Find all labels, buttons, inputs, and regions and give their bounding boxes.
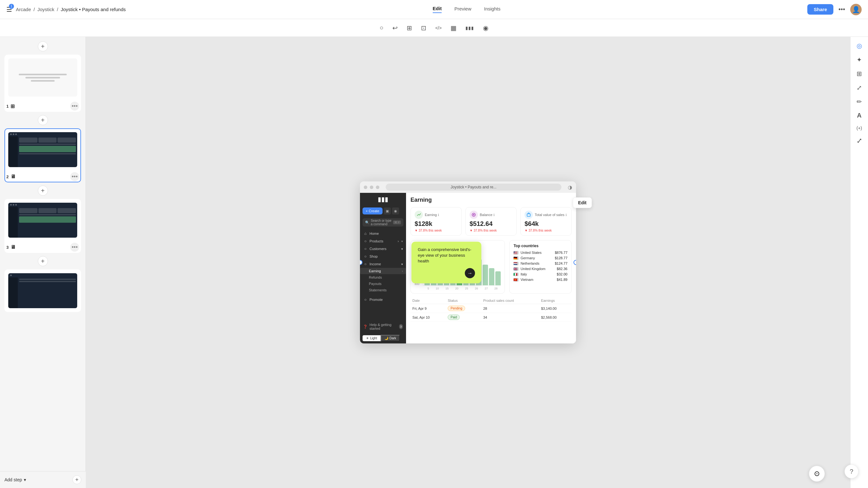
search-placeholder: Search or type a command [371,219,392,226]
step-1-more-button[interactable]: ••• [70,102,79,111]
sidebar-item-shop[interactable]: ○ Shop [360,252,406,260]
branch-icon[interactable]: ⑇ [858,137,861,144]
sidebar-icon-btn-2[interactable]: ◉ [392,208,399,214]
share-button[interactable]: Share [807,4,833,14]
sidebar-products-label: Products [370,239,383,243]
row1-date: Fri, Apr 9 [410,304,446,313]
app-sidebar: ▮▮▮ + Create ▣ ◉ 🔍 Search or type a comm… [360,193,406,343]
mini-stat-3-3 [58,208,76,213]
step-card-4[interactable] [4,269,81,312]
layers2-icon[interactable]: ⊞ [857,70,862,78]
menu-icon[interactable]: ☰ 1 [6,6,12,13]
sidebar-customers-label: Customers [370,247,386,251]
mini-stat-2 [38,138,57,143]
tab-insights[interactable]: Insights [484,6,501,13]
sidebar-sub-refunds[interactable]: Refunds [360,274,406,280]
chart-bar-11 [489,268,494,285]
theme-toggle-icon[interactable]: ◑ [568,184,572,190]
step-card-3[interactable]: 3 🖥 ••• [4,199,81,253]
table-row-1: Fri, Apr 9 Pending 28 $3,140.00 [410,304,571,313]
sidebar-income-label: Income [370,262,381,266]
step-card-1[interactable]: 1 ⊞ ••• [4,55,81,112]
theme-bar: ☀ Light 🌙 Dark [360,333,406,343]
sidebar-item-income[interactable]: ○ Income ▾ [360,260,406,268]
balance-stat-icon [470,211,478,219]
app-sidebar-search[interactable]: 🔍 Search or type a command ⌘ F [363,218,403,226]
plus-icon[interactable]: (+) [857,125,862,130]
add-step-between-1-2[interactable]: + [38,115,48,125]
sidebar-footer-help[interactable]: ❓ Help & getting started 3 [360,320,406,333]
step-2-footer: 2 🖥 ••• [5,170,81,182]
sparkle-icon[interactable]: ✦ [857,56,862,64]
theme-dark-button[interactable]: 🌙 Dark [381,335,400,341]
sidebar-sub-earning[interactable]: Earning › [360,268,406,274]
tab-preview[interactable]: Preview [454,6,471,13]
crop-icon[interactable]: ⊡ [421,24,426,32]
cursor-icon[interactable]: ↩ [392,24,398,32]
browser-url[interactable]: Joystick • Payouts and re... [386,184,561,191]
sidebar-item-customers[interactable]: ○ Customers ▾ [360,245,406,252]
promote-icon: ○ [363,297,368,302]
mini-dot-2 [13,133,14,135]
tooltip-arrow-button[interactable]: → [465,268,475,278]
add-step-top-button[interactable]: + [38,41,48,52]
step-1-number: 1 ⊞ [6,103,14,109]
mini-browser-4 [8,273,77,308]
earning-stat-change: ▼ 37.8% this week [414,229,458,232]
joystick-icon: ⊙ [814,469,820,478]
create-button[interactable]: + Create [363,208,382,214]
code-icon[interactable]: </> [435,25,442,30]
tab-edit[interactable]: Edit [433,6,442,13]
joystick-button[interactable]: ⊙ [809,466,825,482]
canvas: Edit Joystick • Payouts and re... ◑ [86,37,850,488]
sidebar-sub-statements[interactable]: Statements [360,287,406,293]
breadcrumb-current: Joystick • Payouts and refunds [61,7,126,12]
edit-button[interactable]: Edit [573,197,592,208]
theme-light-button[interactable]: ☀ Light [363,335,381,341]
chart-icon[interactable]: ▮▮▮ [465,25,474,30]
mini-stat-1 [19,138,37,143]
sidebar-item-home[interactable]: ⌂ Home [360,230,406,237]
more-button[interactable]: ••• [838,6,845,13]
layout-icon[interactable]: ▦ [451,24,457,32]
target-icon[interactable]: ◎ [857,42,862,50]
edit2-icon[interactable]: ✏ [857,98,862,105]
earning-stat-value: $128k [414,220,458,227]
table-header-row: Date Status Product sales count Earnings [410,297,571,304]
mini-content-row-4-1 [19,279,76,280]
step-card-2[interactable]: 2 🖥 ••• [4,128,81,182]
breadcrumb-arcade[interactable]: Arcade [16,7,31,12]
us-flag: 🇺🇸 [514,251,519,254]
sidebar-item-products[interactable]: ○ Products › ▾ [360,237,406,245]
app-logo: ▮▮▮ [360,193,406,206]
avatar[interactable]: 👤 [850,4,862,15]
sidebar-item-promote[interactable]: ○ Promote [360,296,406,303]
step-3-more-button[interactable]: ••• [70,243,79,252]
add-step-between-3-4[interactable]: + [38,256,48,266]
sidebar-icon-btn-1[interactable]: ▣ [384,208,391,214]
layers-icon[interactable]: ⊞ [407,24,412,32]
mini-dots-3 [8,203,77,207]
svg-rect-2 [527,214,530,216]
circle-icon[interactable]: ○ [380,24,383,31]
x-label-8: 28 [494,287,498,290]
sidebar-sub-payouts[interactable]: Payouts [360,280,406,287]
expand-icon[interactable]: ⤢ [857,84,862,92]
data-table: Date Status Product sales count Earnings… [410,297,571,322]
it-name: Italy [520,272,555,276]
pin-icon[interactable]: ◉ [483,24,488,32]
page-title: Earning [410,197,571,203]
add-step-between-2-3[interactable]: + [38,186,48,196]
add-step-plus-button[interactable]: + [72,475,81,484]
add-step-label[interactable]: Add step ▾ [4,477,26,482]
countries-title: Top countries [514,244,567,248]
uk-flag: 🇬🇧 [514,267,519,271]
customers-chevron: ▾ [401,247,403,251]
step-thumb-2 [8,132,77,167]
translate-icon[interactable]: A [857,112,861,119]
help-button[interactable]: ? [844,464,859,479]
step-2-more-button[interactable]: ••• [70,172,79,181]
mini-content-row-4-2 [19,281,76,282]
row2-status: Paid [446,313,481,322]
breadcrumb-joystick[interactable]: Joystick [37,7,54,12]
